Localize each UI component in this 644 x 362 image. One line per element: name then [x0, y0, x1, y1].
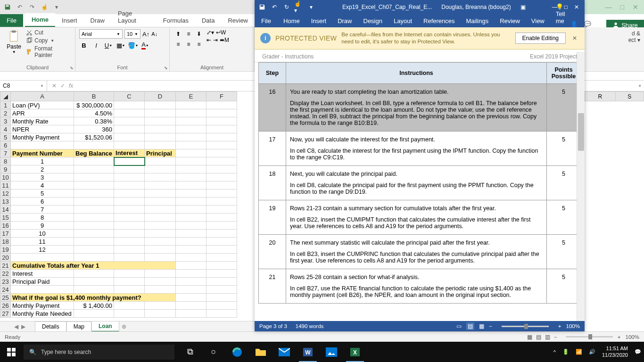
increase-font-icon[interactable]: A↑ — [142, 31, 149, 38]
cell-B10[interactable] — [74, 173, 114, 181]
cell-C1[interactable] — [114, 101, 145, 109]
row-header-17[interactable]: 17 — [0, 230, 11, 238]
volume-icon[interactable]: 🔊 — [589, 349, 595, 355]
qat-customize-icon[interactable]: ▾ — [52, 2, 61, 12]
align-center-icon[interactable]: ≡ — [184, 40, 193, 49]
taskbar-clock[interactable]: 11:51 AM 11/23/2020 — [602, 346, 628, 358]
cell-C4[interactable] — [114, 125, 145, 133]
align-bottom-icon[interactable]: ⬇ — [194, 29, 204, 39]
cancel-formula-icon[interactable]: ✕ — [52, 82, 57, 89]
cell-A26[interactable]: Monthly Payment — [11, 302, 74, 310]
decrease-font-icon[interactable]: A↓ — [151, 31, 157, 37]
cell-B18[interactable] — [74, 238, 114, 246]
cell-B23[interactable] — [74, 278, 114, 286]
enable-editing-button[interactable]: Enable Editing — [515, 33, 566, 44]
web-layout-icon[interactable]: ▦ — [479, 323, 484, 329]
task-view-icon[interactable]: ⧉ — [179, 342, 201, 362]
cell-C9[interactable] — [114, 165, 145, 173]
cell-A15[interactable]: 8 — [11, 214, 74, 222]
cell-C20[interactable] — [114, 254, 145, 262]
cell-D14[interactable] — [145, 206, 176, 214]
row-header-14[interactable]: 14 — [0, 206, 11, 214]
word-zoom-level[interactable]: 100% — [566, 323, 580, 329]
italic-button[interactable]: I — [91, 41, 101, 50]
word-customize-icon[interactable]: ▾ — [306, 2, 316, 12]
bold-button[interactable]: B — [79, 41, 89, 50]
row-header-4[interactable]: 4 — [0, 125, 11, 133]
cell-D8[interactable] — [145, 157, 176, 165]
row-header-13[interactable]: 13 — [0, 197, 11, 206]
col-header-A[interactable]: A — [11, 92, 74, 101]
cell-B27[interactable] — [74, 310, 114, 318]
col-header-D[interactable]: D — [145, 92, 176, 101]
cell-A14[interactable]: 7 — [11, 206, 74, 214]
word-tell-me[interactable]: 💡 Tell me — [550, 0, 571, 27]
taskbar-search[interactable]: 🔍 Type here to search — [24, 345, 174, 360]
name-box[interactable]: C8▼ — [0, 81, 47, 91]
file-explorer-icon[interactable] — [250, 342, 272, 362]
cell-A20[interactable] — [11, 254, 74, 262]
cell-A19[interactable]: 12 — [11, 246, 74, 254]
word-redo-icon[interactable]: ↻ — [282, 2, 291, 12]
cell-B4[interactable]: 360 — [74, 125, 114, 133]
col-header-C[interactable]: C — [114, 92, 145, 101]
paste-button[interactable]: Paste ▼ — [4, 29, 24, 58]
cell-A7[interactable]: Payment Number — [11, 149, 74, 157]
cell-D22[interactable] — [145, 270, 176, 278]
word-scrollbar[interactable] — [577, 52, 585, 321]
cell-A24[interactable] — [11, 286, 74, 294]
col-header-E[interactable]: E — [176, 92, 206, 101]
cut-button[interactable]: Cut — [26, 29, 71, 36]
wifi-icon[interactable]: 📶 — [576, 349, 582, 355]
row-header-8[interactable]: 8 — [0, 157, 11, 165]
photos-icon[interactable] — [321, 342, 342, 362]
word-tab-mailings[interactable]: Mailings — [461, 15, 495, 27]
col-header-B[interactable]: B — [74, 92, 114, 101]
cell-A27[interactable]: Monthly Rate Needed — [11, 310, 74, 318]
cell-D23[interactable] — [145, 278, 176, 286]
increase-indent-icon[interactable]: ⇥ — [213, 37, 218, 43]
row-header-23[interactable]: 23 — [0, 278, 11, 286]
close-protected-bar-icon[interactable]: ✕ — [570, 35, 579, 41]
row-header-12[interactable]: 12 — [0, 189, 11, 197]
mail-icon[interactable] — [273, 342, 295, 362]
cell-D15[interactable] — [145, 214, 176, 222]
cell-C18[interactable] — [114, 238, 145, 246]
view-normal-icon[interactable]: ▦ — [527, 334, 532, 340]
copy-button[interactable]: Copy▼ — [26, 37, 71, 44]
word-touch-icon[interactable]: ☝▾ — [294, 2, 304, 12]
tab-insert[interactable]: Insert — [55, 14, 84, 27]
cell-A3[interactable]: Monthly Rate — [11, 117, 74, 125]
cell-B16[interactable] — [74, 222, 114, 230]
cell-A16[interactable]: 9 — [11, 222, 74, 230]
font-name-dropdown[interactable]: Arial▼ — [79, 29, 123, 39]
cell-A11[interactable]: 4 — [11, 181, 74, 189]
cell-D2[interactable] — [145, 109, 176, 117]
cell-C17[interactable] — [114, 230, 145, 238]
cell-B13[interactable] — [74, 197, 114, 206]
cell-D13[interactable] — [145, 197, 176, 206]
save-icon[interactable] — [3, 2, 12, 12]
cell-A9[interactable]: 2 — [11, 165, 74, 173]
cell-C27[interactable] — [114, 310, 145, 318]
cell-B26[interactable]: $ 1,400.00 — [74, 302, 114, 310]
font-size-dropdown[interactable]: 10▼ — [124, 29, 140, 39]
cell-A8[interactable]: 1 — [11, 157, 74, 165]
cell-B24[interactable] — [74, 286, 114, 294]
cell-B17[interactable] — [74, 230, 114, 238]
cell-C14[interactable] — [114, 206, 145, 214]
row-header-20[interactable]: 20 — [0, 254, 11, 262]
row-header-19[interactable]: 19 — [0, 246, 11, 254]
cell-A6[interactable] — [11, 141, 74, 149]
cell-A10[interactable]: 3 — [11, 173, 74, 181]
cell-D12[interactable] — [145, 189, 176, 197]
border-button[interactable]: ▦▼ — [116, 41, 125, 50]
tab-draw[interactable]: Draw — [84, 14, 111, 27]
row-header-1[interactable]: 1 — [0, 101, 11, 109]
underline-button[interactable]: U▼ — [104, 41, 113, 50]
cell-A4[interactable]: NPER — [11, 125, 74, 133]
clipboard-dialog-launcher[interactable]: ⬊ — [70, 66, 74, 70]
align-left-icon[interactable]: ≡ — [173, 40, 183, 49]
cell-C8[interactable] — [114, 157, 145, 165]
cell-B20[interactable] — [74, 254, 114, 262]
